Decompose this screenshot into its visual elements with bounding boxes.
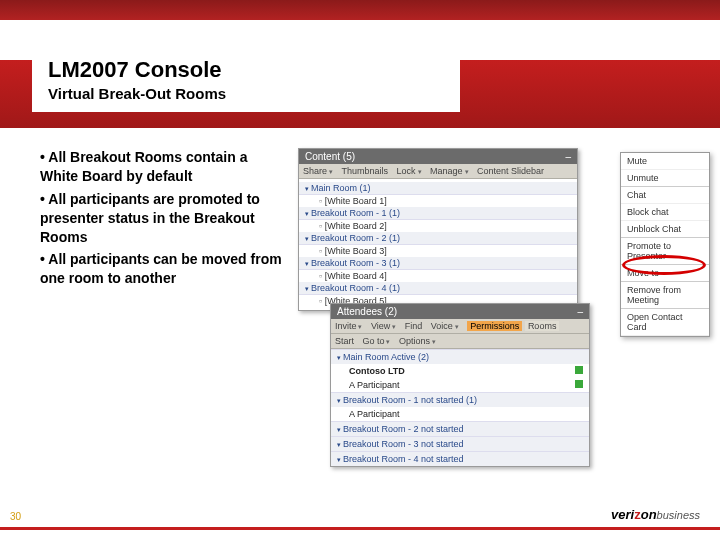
logo-text2: on	[641, 507, 657, 522]
content-panel: Content (5) – Share Thumbnails Lock Mana…	[298, 148, 578, 311]
title-box: LM2007 Console Virtual Break-Out Rooms	[32, 45, 460, 112]
page-title: LM2007 Console	[48, 57, 444, 83]
tree-item[interactable]: [White Board 4]	[299, 270, 577, 282]
status-icon	[575, 380, 583, 388]
tb-find[interactable]: Find	[405, 321, 423, 331]
toolbar-lock[interactable]: Lock	[397, 166, 422, 176]
att-group-br3[interactable]: Breakout Room - 3 not started	[331, 436, 589, 451]
tree-group-br1[interactable]: Breakout Room - 1 (1)	[299, 207, 577, 220]
content-panel-header: Content (5) –	[299, 149, 577, 164]
logo-text1: veri	[611, 507, 634, 522]
bullet-item: All Breakout Rooms contain a White Board…	[40, 148, 285, 186]
tb-view[interactable]: View	[371, 321, 396, 331]
att-label: A Participant	[349, 380, 400, 390]
permissions-button[interactable]: Permissions	[467, 321, 522, 331]
content-panel-title: Content (5)	[305, 151, 355, 162]
bullet-item: All participants can be moved from one r…	[40, 250, 285, 288]
att-group-br4[interactable]: Breakout Room - 4 not started	[331, 451, 589, 466]
collapse-icon[interactable]: –	[565, 151, 571, 162]
tree-group-main[interactable]: Main Room (1)	[299, 182, 577, 195]
collapse-icon[interactable]: –	[577, 306, 583, 317]
rooms-button[interactable]: Rooms	[525, 321, 560, 331]
tree-item[interactable]: [White Board 2]	[299, 220, 577, 232]
bullet-list: All Breakout Rooms contain a White Board…	[40, 148, 285, 292]
logo-sub: business	[657, 509, 700, 521]
page-number: 30	[10, 511, 21, 522]
tb-options[interactable]: Options	[399, 336, 436, 346]
attendees-toolbar1: Invite View Find Voice Permissions Rooms	[331, 319, 589, 334]
context-menu: Mute Unmute Chat Block chat Unblock Chat…	[620, 152, 710, 337]
tb-invite[interactable]: Invite	[335, 321, 362, 331]
att-group-br2[interactable]: Breakout Room - 2 not started	[331, 421, 589, 436]
cm-remove[interactable]: Remove from Meeting	[621, 282, 709, 309]
content-toolbar: Share Thumbnails Lock Manage Content Sli…	[299, 164, 577, 179]
header-top-bar	[0, 0, 720, 20]
attendees-title: Attendees (2)	[337, 306, 397, 317]
att-group-main[interactable]: Main Room Active (2)	[331, 349, 589, 364]
att-label: A Participant	[349, 409, 400, 419]
toolbar-slidebar[interactable]: Content Slidebar	[477, 166, 544, 176]
tb-start[interactable]: Start	[335, 336, 354, 346]
att-row[interactable]: Contoso LTD	[331, 364, 589, 378]
tree-item[interactable]: [White Board 3]	[299, 245, 577, 257]
toolbar-share[interactable]: Share	[303, 166, 333, 176]
tree-group-br2[interactable]: Breakout Room - 2 (1)	[299, 232, 577, 245]
att-row[interactable]: A Participant	[331, 407, 589, 421]
cm-chat[interactable]: Chat	[621, 187, 709, 204]
att-row[interactable]: A Participant	[331, 378, 589, 392]
tree-group-br4[interactable]: Breakout Room - 4 (1)	[299, 282, 577, 295]
content-tree: Main Room (1) [White Board 1] Breakout R…	[299, 179, 577, 310]
cm-block-chat[interactable]: Block chat	[621, 204, 709, 221]
attendees-panel: Attendees (2) – Invite View Find Voice P…	[330, 303, 590, 467]
verizon-logo: verizonbusiness	[611, 507, 700, 522]
att-label: Contoso LTD	[349, 366, 405, 376]
bullet-item: All participants are promoted to present…	[40, 190, 285, 247]
cm-promote[interactable]: Promote to Presenter	[621, 238, 709, 265]
cm-unmute[interactable]: Unmute	[621, 170, 709, 187]
status-icon	[575, 366, 583, 374]
att-group-br1[interactable]: Breakout Room - 1 not started (1)	[331, 392, 589, 407]
cm-mute[interactable]: Mute	[621, 153, 709, 170]
page-subtitle: Virtual Break-Out Rooms	[48, 85, 444, 102]
toolbar-thumbnails[interactable]: Thumbnails	[342, 166, 389, 176]
tb-voice[interactable]: Voice	[431, 321, 459, 331]
attendees-toolbar2: Start Go to Options	[331, 334, 589, 349]
cm-unblock-chat[interactable]: Unblock Chat	[621, 221, 709, 238]
cm-contact-card[interactable]: Open Contact Card	[621, 309, 709, 336]
tb-goto[interactable]: Go to	[363, 336, 391, 346]
cm-move-to[interactable]: Move to	[621, 265, 709, 282]
toolbar-manage[interactable]: Manage	[430, 166, 468, 176]
footer-bar	[0, 527, 720, 530]
tree-group-br3[interactable]: Breakout Room - 3 (1)	[299, 257, 577, 270]
attendees-tree: Main Room Active (2) Contoso LTD A Parti…	[331, 349, 589, 466]
attendees-header: Attendees (2) –	[331, 304, 589, 319]
tree-item[interactable]: [White Board 1]	[299, 195, 577, 207]
